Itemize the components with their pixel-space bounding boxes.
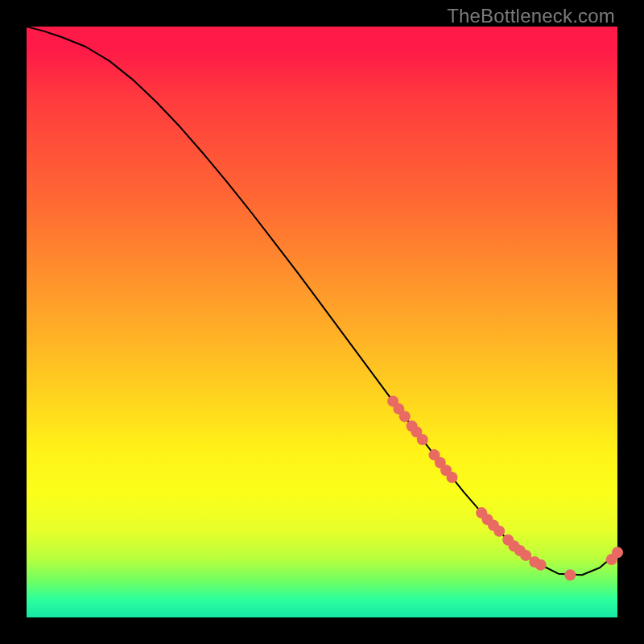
data-marker	[399, 411, 411, 422]
watermark-text: TheBottleneck.com	[447, 5, 615, 27]
chart-svg	[27, 27, 617, 617]
data-marker	[447, 472, 458, 483]
data-marker	[493, 526, 505, 537]
data-marker	[535, 559, 547, 571]
data-marker	[564, 569, 576, 580]
chart-container: TheBottleneck.com	[0, 0, 644, 644]
curve-path	[27, 27, 617, 575]
data-marker	[417, 434, 428, 445]
data-marker	[612, 547, 623, 558]
marker-group	[387, 395, 623, 580]
